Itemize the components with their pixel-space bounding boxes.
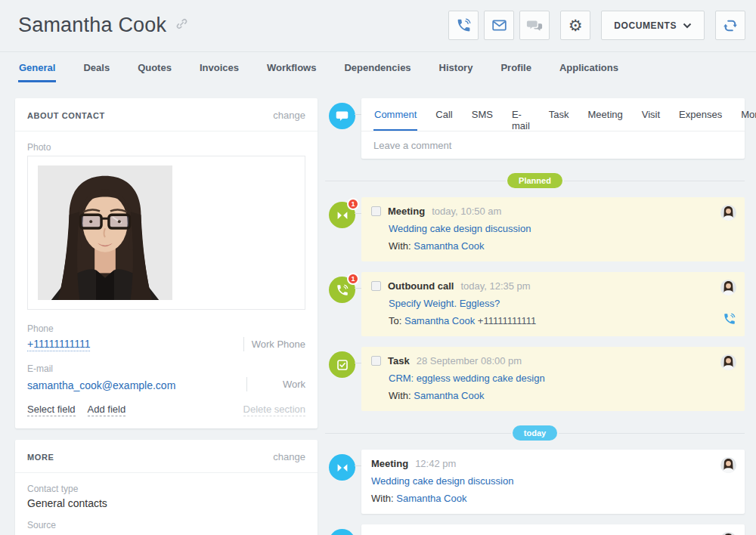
avatar[interactable] — [720, 457, 736, 473]
chat-bubbles-icon — [526, 17, 543, 34]
add-field-link[interactable]: Add field — [88, 404, 126, 416]
avatar[interactable] — [720, 354, 736, 370]
email-label: E-mail — [27, 363, 305, 374]
delete-section-link[interactable]: Delete section — [243, 404, 305, 416]
planned-badge: Planned — [507, 173, 562, 188]
tab-dependencies[interactable]: Dependencies — [343, 51, 411, 82]
entry-checkbox[interactable] — [371, 281, 381, 291]
entry-subject-link[interactable]: Specify Weight. Eggless? — [389, 298, 500, 309]
documents-button-label: DOCUMENTS — [614, 20, 677, 31]
automation-button[interactable] — [715, 11, 745, 40]
call-stream-icon: 1 — [329, 277, 355, 303]
tab-history[interactable]: History — [438, 51, 474, 82]
phone-icon — [456, 17, 472, 33]
entry-contact-link[interactable]: Samantha Cook — [396, 493, 466, 504]
entry-contact-link[interactable]: Samantha Cook — [404, 315, 475, 326]
comment-composer: Comment Call SMS E-mail Task Meeting Vis… — [361, 98, 745, 159]
entry-subject-link[interactable]: CRM: eggless wedding cake design — [389, 373, 545, 384]
entry-checkbox[interactable] — [371, 356, 381, 366]
entry-phone-number: +11111111111 — [478, 315, 536, 326]
contact-photo — [37, 165, 173, 300]
activity-tab-visit[interactable]: Visit — [641, 98, 661, 131]
about-contact-card: ABOUT CONTACT change Photo — [15, 98, 318, 428]
entry-subject-link[interactable]: Wedding cake design discussion — [371, 475, 513, 487]
chevron-down-icon — [683, 23, 692, 29]
meeting-stream-icon — [329, 454, 355, 481]
entry-title: Meeting — [388, 206, 425, 217]
more-title: MORE — [27, 453, 54, 462]
envelope-icon — [491, 17, 507, 33]
timeline-entry-meeting-planned: 1 Meeting today, 10:50 am Wedding cake d… — [325, 197, 745, 261]
contact-photo-frame[interactable] — [27, 156, 305, 310]
call-action-icon[interactable] — [723, 312, 736, 328]
entry-checkbox[interactable] — [371, 206, 381, 216]
phone-type: Work Phone — [243, 337, 305, 351]
tab-general[interactable]: General — [18, 51, 56, 82]
activity-tab-meeting[interactable]: Meeting — [587, 98, 624, 131]
email-button[interactable] — [484, 11, 514, 40]
entry-title: Task — [388, 355, 410, 366]
tab-applications[interactable]: Applications — [559, 51, 619, 82]
activity-tabs: Comment Call SMS E-mail Task Meeting Vis… — [361, 98, 745, 131]
timeline-entry-meeting-done: Meeting 12:42 pm Wedding cake design dis… — [325, 450, 745, 514]
contact-details-column: ABOUT CONTACT change Photo — [15, 98, 318, 535]
tab-workflows[interactable]: Workflows — [266, 51, 318, 82]
phone-icon — [336, 283, 349, 297]
contact-type-value: General contacts — [27, 497, 305, 509]
activity-tab-email[interactable]: E-mail — [511, 98, 531, 131]
chat-button[interactable] — [519, 11, 550, 40]
task-stream-icon — [329, 351, 355, 378]
today-divider: today — [325, 425, 745, 441]
tab-profile[interactable]: Profile — [500, 51, 531, 82]
select-field-link[interactable]: Select field — [27, 404, 76, 416]
activity-tab-call[interactable]: Call — [435, 98, 453, 131]
entry-time: 28 September 08:00 pm — [417, 355, 522, 366]
entry-subject-link[interactable]: Wedding cake design discussion — [389, 223, 531, 234]
about-contact-title: ABOUT CONTACT — [27, 111, 105, 120]
activity-tab-sms[interactable]: SMS — [471, 98, 494, 131]
documents-button[interactable]: DOCUMENTS — [601, 11, 705, 40]
meeting-stream-icon: 1 — [329, 202, 355, 228]
more-change-link[interactable]: change — [273, 451, 305, 462]
timeline-entry-task-created: Task created: CRM: eggless wedding cake … — [325, 524, 745, 535]
activity-tab-comment[interactable]: Comment — [373, 98, 417, 131]
timeline-entry-call-planned: 1 Outbound call today, 12:35 pm Specify … — [325, 272, 745, 336]
email-type: Work — [246, 377, 305, 391]
tab-deals[interactable]: Deals — [82, 51, 110, 82]
settings-button[interactable]: ⚙ — [560, 11, 590, 40]
phone-value-link[interactable]: +11111111111 — [27, 338, 90, 351]
entry-time: today, 10:50 am — [432, 206, 501, 217]
avatar[interactable] — [720, 205, 736, 221]
page-title: Samantha Cook — [18, 14, 166, 37]
planned-divider: Planned — [325, 173, 745, 188]
entry-contact-link[interactable]: Samantha Cook — [414, 390, 484, 401]
avatar[interactable] — [720, 532, 736, 535]
avatar[interactable] — [720, 280, 736, 295]
header-actions: ⚙ DOCUMENTS — [443, 11, 745, 40]
activity-tab-task[interactable]: Task — [548, 98, 570, 131]
task-check-icon — [336, 358, 349, 372]
composer-row: Comment Call SMS E-mail Task Meeting Vis… — [325, 98, 745, 159]
comment-input[interactable] — [361, 131, 745, 159]
entry-contact-link[interactable]: Samantha Cook — [414, 240, 484, 252]
tab-quotes[interactable]: Quotes — [137, 51, 172, 82]
contact-type-label: Contact type — [27, 484, 305, 494]
email-value-link[interactable]: samantha_cook@example.com — [27, 379, 175, 391]
call-button[interactable] — [448, 11, 479, 40]
timeline-entry-task-planned: Task 28 September 08:00 pm CRM: eggless … — [325, 347, 745, 411]
link-icon[interactable] — [175, 17, 188, 32]
meeting-arrows-icon — [336, 209, 349, 222]
meeting-arrows-icon — [336, 461, 349, 475]
more-card: MORE change Contact type General contact… — [15, 440, 318, 535]
activity-tab-expenses[interactable]: Expenses — [678, 98, 723, 131]
entry-time: 12:42 pm — [415, 458, 456, 469]
tab-invoices[interactable]: Invoices — [199, 51, 240, 82]
about-change-link[interactable]: change — [273, 110, 305, 121]
activity-tab-more[interactable]: More... — [740, 98, 756, 131]
phone-label: Phone — [27, 323, 305, 334]
sync-arrows-icon — [722, 17, 739, 34]
gear-icon: ⚙ — [569, 17, 583, 33]
notification-badge: 1 — [347, 273, 359, 285]
photo-label: Photo — [27, 142, 305, 153]
comment-bubble-icon — [335, 109, 349, 123]
